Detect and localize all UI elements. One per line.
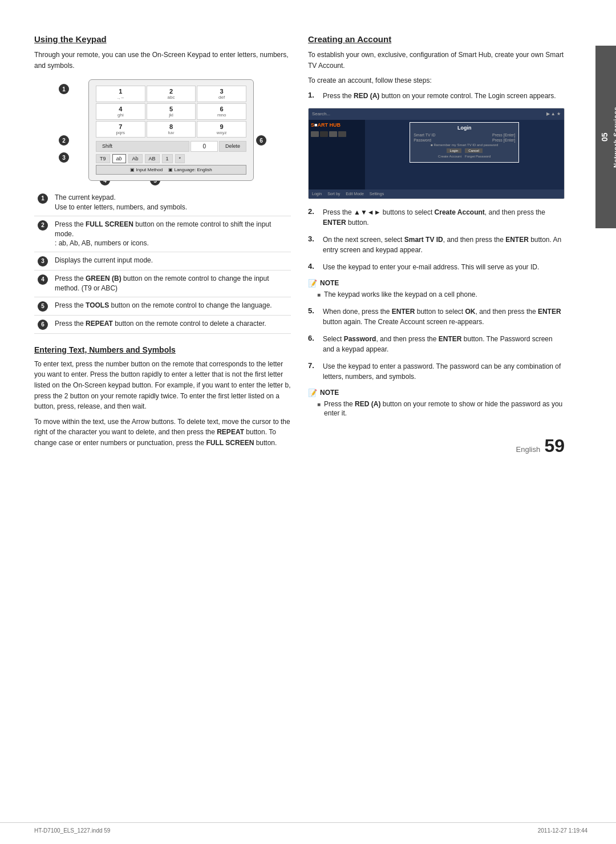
account-intro1: To establish your own, exclusive, config… — [308, 50, 565, 71]
bottom-btn-login: Login — [312, 192, 322, 196]
app-icon — [311, 131, 319, 137]
annot-circle-6: 6 — [38, 320, 48, 330]
note-item-2: ■ Press the RED (A) button on your remot… — [308, 399, 565, 419]
footer-date: 2011-12-27 1:19:44 — [538, 827, 587, 834]
step-4-num: 4. — [308, 262, 318, 270]
callout-6-circle: 6 — [256, 135, 266, 146]
note-bullet-1: ■ — [317, 291, 321, 300]
step-5-num: 5. — [308, 306, 318, 315]
annot-text-1: The current keypad.Use to enter letters,… — [51, 189, 291, 216]
bottom-btn-settings: Settings — [370, 192, 384, 196]
keypad-section: Using the Keypad Through your remote, yo… — [34, 34, 291, 334]
note-box-1: 📝 NOTE ■ The keypad works like the keypa… — [308, 279, 565, 300]
keypad-mode-row: T9 ab Ab AB 1 * — [96, 154, 246, 163]
annot-row-2: 2 Press the FULL SCREEN button on the re… — [34, 216, 291, 252]
account-intro2: To create an account, follow these steps… — [308, 75, 565, 86]
login-password-row: Password Press [Enter] — [414, 138, 515, 142]
create-account-link: Create Account — [438, 155, 461, 158]
keypad-section-title: Using the Keypad — [34, 34, 291, 44]
key-0: 0 — [191, 141, 218, 152]
step-1-content: Press the RED (A) button on your remote … — [323, 91, 556, 101]
account-buttons: Create Account Forget Password — [414, 155, 515, 158]
step-7-num: 7. — [308, 361, 318, 370]
annot-row-4: 4 Press the GREEN (B) button on the remo… — [34, 270, 291, 297]
note-icon-2: 📝 — [308, 389, 317, 397]
key-7: 7pqrs — [96, 121, 145, 138]
note-title-1: NOTE — [320, 279, 339, 287]
key-4: 4ghi — [96, 103, 145, 120]
step-2-content: Press the ▲▼◄► buttons to select Create … — [323, 207, 565, 228]
note-text-2: Press the RED (A) button on your remote … — [324, 399, 565, 419]
footer-filename: HT-D7100_ELS_1227.indd 59 — [34, 827, 110, 834]
key-2: 2abc — [147, 86, 196, 102]
entering-text-para1: To enter text, press the number button o… — [34, 359, 291, 412]
shift-button: Shift — [96, 141, 189, 152]
callout-3-circle: 3 — [59, 152, 69, 163]
smarthub-logo: S■ART HUB — [311, 122, 363, 128]
mode-AB: AB — [145, 154, 160, 163]
callout-1-label: 1 — [59, 84, 69, 94]
annotation-table: 1 The current keypad.Use to enter letter… — [34, 189, 291, 334]
annot-row-5: 5 Press the TOOLS button on the remote c… — [34, 297, 291, 315]
step-7-content: Use the keypad to enter a password. The … — [323, 361, 565, 382]
login-smarttvid-row: Smart TV ID Press [Enter] — [414, 133, 515, 137]
callout-2-label: 2 — [59, 135, 69, 146]
smarthub-icons-row — [311, 131, 363, 137]
annot-row-1: 1 The current keypad.Use to enter letter… — [34, 189, 291, 216]
smarthub-icons: ▶ ▲ ★ — [546, 111, 561, 116]
step-4-content: Use the keypad to enter your e-mail addr… — [323, 262, 539, 272]
annot-circle-1: 1 — [38, 193, 48, 204]
page-footer: HT-D7100_ELS_1227.indd 59 2011-12-27 1:1… — [0, 822, 616, 834]
step-6: 6. Select Password, and then press the E… — [308, 334, 565, 354]
step-7: 7. Use the keypad to enter a password. T… — [308, 361, 565, 382]
keypad-shift-row: Shift 0 Delete — [96, 141, 246, 152]
app-icon — [329, 131, 337, 137]
note-item-1: ■ The keypad works like the keypad on a … — [308, 290, 565, 300]
key-6: 6mno — [197, 103, 246, 120]
mode-t9: T9 — [96, 154, 110, 163]
keypad-bottom-bar: ▣ Input Method ▣ Language: English — [96, 165, 246, 175]
callout-3-label: 3 — [59, 152, 69, 163]
annot-circle-3: 3 — [38, 256, 48, 266]
smarttvid-label: Smart TV ID — [414, 133, 435, 137]
annot-circle-2: 2 — [38, 220, 48, 231]
step-6-num: 6. — [308, 334, 318, 342]
annot-circle-4: 4 — [38, 274, 48, 285]
app-icon — [338, 131, 346, 137]
step-1: 1. Press the RED (A) button on your remo… — [308, 91, 565, 101]
smarthub-top-bar: Search... ▶ ▲ ★ — [309, 108, 564, 120]
note-text-1: The keypad works like the keypad on a ce… — [324, 290, 477, 300]
mode-1: 1 — [162, 154, 173, 163]
mode-star: * — [175, 154, 185, 163]
annot-circle-5: 5 — [38, 301, 48, 312]
bottom-btn-editmode: Edit Mode — [346, 192, 364, 196]
step-2-num: 2. — [308, 207, 318, 216]
note-icon-1: 📝 — [308, 279, 317, 288]
entering-text-title: Entering Text, Numbers and Symbols — [34, 345, 291, 354]
entering-text-section: Entering Text, Numbers and Symbols To en… — [34, 345, 291, 449]
page-container: Using the Keypad Through your remote, yo… — [0, 0, 616, 479]
step-6-content: Select Password, and then press the ENTE… — [323, 334, 565, 354]
app-icon — [320, 131, 328, 137]
note-bullet-2: ■ — [317, 401, 321, 419]
login-title: Login — [414, 125, 515, 131]
step-3-num: 3. — [308, 235, 318, 243]
smarthub-body: S■ART HUB Login — [309, 120, 564, 189]
mode-Ab: Ab — [128, 154, 143, 163]
step-4: 4. Use the keypad to enter your e-mail a… — [308, 262, 565, 272]
smarthub-search-bar: Search... — [312, 111, 330, 116]
entering-text-para2: To move within the text, use the Arrow b… — [34, 417, 291, 449]
annot-text-2: Press the FULL SCREEN button on the remo… — [51, 216, 291, 252]
smarthub-main-panel: Login Smart TV ID Press [Enter] Password… — [365, 120, 564, 189]
step-5-content: When done, press the ENTER button to sel… — [323, 306, 565, 327]
english-label: English — [516, 445, 541, 454]
annot-text-4: Press the GREEN (B) button on the remote… — [51, 270, 291, 297]
key-8: 8tuv — [147, 121, 196, 138]
step-5: 5. When done, press the ENTER button to … — [308, 306, 565, 327]
left-column: Using the Keypad Through your remote, yo… — [34, 34, 291, 457]
step-1-num: 1. — [308, 91, 318, 99]
note-header-2: 📝 NOTE — [308, 389, 565, 397]
password-label-sh: Password — [414, 138, 431, 142]
note-header-1: 📝 NOTE — [308, 279, 565, 288]
callout-1-circle: 1 — [59, 84, 69, 94]
